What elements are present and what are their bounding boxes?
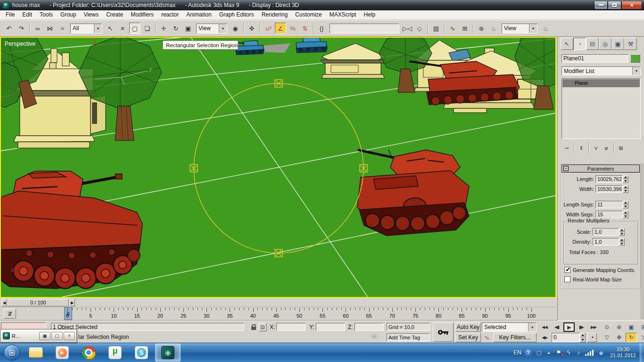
menu-item[interactable]: Views xyxy=(80,10,102,19)
select-object[interactable]: ↖ xyxy=(105,23,116,34)
unlink-selection[interactable]: ⋈ xyxy=(44,23,56,34)
collapsed-dialog-window[interactable]: R... ▣ ▢ × xyxy=(0,329,77,343)
curve-editor[interactable]: ∿ xyxy=(447,23,458,34)
key-mode-toggle[interactable]: ◀▶ xyxy=(539,333,550,342)
time-slider[interactable]: 0 / 100 xyxy=(8,299,69,306)
layer-manager[interactable]: ▤ xyxy=(430,23,442,34)
maximize-icon[interactable]: ▢ xyxy=(51,332,63,340)
viewport-label[interactable]: Perspective xyxy=(5,41,35,47)
window-crossing-toggle[interactable]: ❏ xyxy=(141,23,153,34)
schematic-view[interactable]: ⊞ xyxy=(459,23,471,34)
parameters-rollout-header[interactable]: − Parameters xyxy=(561,165,640,173)
tab-utilities[interactable]: ⚒ xyxy=(624,38,637,50)
select-and-rotate[interactable]: ↻ xyxy=(170,23,182,34)
max[interactable] xyxy=(155,344,181,362)
set-key-button[interactable]: Set Key xyxy=(455,333,481,342)
configure-modifier-sets[interactable]: ⊞ xyxy=(616,143,626,153)
start[interactable] xyxy=(1,344,22,362)
x-coordinate-field[interactable] xyxy=(276,323,305,331)
zoom-extents[interactable]: ▣ xyxy=(626,322,637,332)
arc-rotate[interactable]: ↻ xyxy=(626,333,637,342)
key-filters-button[interactable]: Key Filters... xyxy=(493,333,537,342)
communicator-icon[interactable]: ☏ xyxy=(371,333,378,341)
real-world-checkbox[interactable] xyxy=(564,276,570,282)
angle-snap-toggle[interactable]: ∠ xyxy=(275,23,286,34)
select-and-link[interactable]: ∞ xyxy=(32,23,43,34)
default-in-out-tangent-icon[interactable]: ∿ xyxy=(482,333,492,342)
go-to-start[interactable]: ◀◀ xyxy=(539,322,550,332)
length-segs-field[interactable]: 11 xyxy=(595,201,623,208)
mirror[interactable]: ▷◁ xyxy=(402,23,413,34)
help-icon[interactable]: ? xyxy=(525,349,532,356)
quick-render[interactable]: ♨ xyxy=(540,23,551,34)
taskbar-clock[interactable]: 19:30 21.01.2012 xyxy=(606,346,640,359)
explorer[interactable] xyxy=(23,344,49,362)
minimize-button[interactable] xyxy=(594,1,608,9)
next-frame[interactable]: ▮▶ xyxy=(576,322,587,332)
bind-to-space-warp[interactable]: ≈ xyxy=(57,23,68,34)
menu-item[interactable]: Customize xyxy=(291,10,326,19)
close-icon[interactable]: × xyxy=(64,332,75,340)
perspective-viewport[interactable]: y xyxy=(0,37,556,298)
menu-item[interactable]: Animation xyxy=(182,10,215,19)
render-preset-dropdown[interactable]: View ▼ xyxy=(502,24,537,33)
z-coordinate-field[interactable] xyxy=(355,323,384,331)
chrome[interactable] xyxy=(76,344,101,362)
language-indicator[interactable]: EN xyxy=(513,349,521,356)
selection-filter-dropdown[interactable]: All ▼ xyxy=(70,24,102,33)
menu-item[interactable]: Help xyxy=(360,10,379,19)
reference-coordinate-dropdown[interactable]: View ▼ xyxy=(196,24,227,33)
zoom-extents-all[interactable]: ⊞ xyxy=(638,322,644,332)
show-end-result[interactable]: ‖ xyxy=(577,143,586,153)
pin-stack[interactable]: ⊸ xyxy=(562,143,571,153)
utorrent[interactable] xyxy=(102,344,128,362)
length-spinner[interactable] xyxy=(623,175,628,183)
media-player[interactable] xyxy=(50,344,75,362)
generate-mapping-checkbox[interactable] xyxy=(564,267,570,273)
selection-lock-icon[interactable] xyxy=(250,323,257,331)
object-name-field[interactable]: Plane01 xyxy=(561,54,628,63)
scale-spinner[interactable] xyxy=(619,228,625,236)
menu-item[interactable]: Rendering xyxy=(258,10,291,19)
width-segs-field[interactable]: 15 xyxy=(595,211,623,218)
menu-item[interactable]: Graph Editors xyxy=(215,10,258,19)
select-and-scale[interactable]: ▣ xyxy=(182,23,194,34)
tab-modify[interactable]: ◔ xyxy=(573,38,586,50)
previous-frame-arrow[interactable]: ◀ xyxy=(1,299,7,306)
width-field[interactable]: 10530,396 xyxy=(595,185,623,193)
restore-icon[interactable]: ▣ xyxy=(39,332,50,340)
rectangular-selection-region[interactable]: ▢ xyxy=(129,23,140,34)
skype[interactable] xyxy=(129,344,154,362)
current-frame-field[interactable]: 0 xyxy=(552,333,580,342)
undo[interactable]: ↶ xyxy=(3,23,15,34)
redo[interactable]: ↷ xyxy=(16,23,27,34)
remove-modifier[interactable]: ⌀ xyxy=(602,143,611,153)
open-mini-curve-editor-button[interactable]: ⇵ xyxy=(4,309,16,319)
min-max-toggle[interactable]: ⇲ xyxy=(638,333,644,342)
play[interactable]: ▶ xyxy=(563,322,575,332)
material-editor[interactable]: ⊛ xyxy=(476,23,487,34)
density-spinner[interactable] xyxy=(619,238,625,246)
make-unique[interactable]: ⋎ xyxy=(591,143,601,153)
menu-item[interactable]: Group xyxy=(57,10,80,19)
menu-item[interactable]: Create xyxy=(102,10,127,19)
volume-icon[interactable]: ♪ xyxy=(575,349,582,356)
zoom[interactable]: ⊙ xyxy=(601,322,612,332)
window-icon[interactable]: ▢ xyxy=(536,350,542,356)
menu-item[interactable]: Tools xyxy=(36,10,57,19)
time-configuration-button[interactable]: ◔ xyxy=(587,333,597,342)
restore-button[interactable] xyxy=(608,1,621,9)
menu-item[interactable]: File xyxy=(2,10,18,19)
percent-snap-toggle[interactable]: % xyxy=(287,23,298,34)
render-setup[interactable]: ♨ xyxy=(488,23,499,34)
auto-key-button[interactable]: Auto Key xyxy=(455,322,481,332)
action-center-icon[interactable]: ⚑ xyxy=(555,349,562,356)
stack-row[interactable]: Plane xyxy=(562,79,640,87)
width-segs-spinner[interactable] xyxy=(623,211,628,218)
edit-named-selection-sets[interactable]: {} xyxy=(316,23,327,34)
select-and-manipulate[interactable]: ✜ xyxy=(246,23,257,34)
menu-item[interactable]: Modifiers xyxy=(127,10,157,19)
select-by-name[interactable]: ≡ xyxy=(117,23,128,34)
power-icon[interactable]: ϟ xyxy=(565,349,572,356)
go-to-end[interactable]: ▶▶ xyxy=(588,322,599,332)
